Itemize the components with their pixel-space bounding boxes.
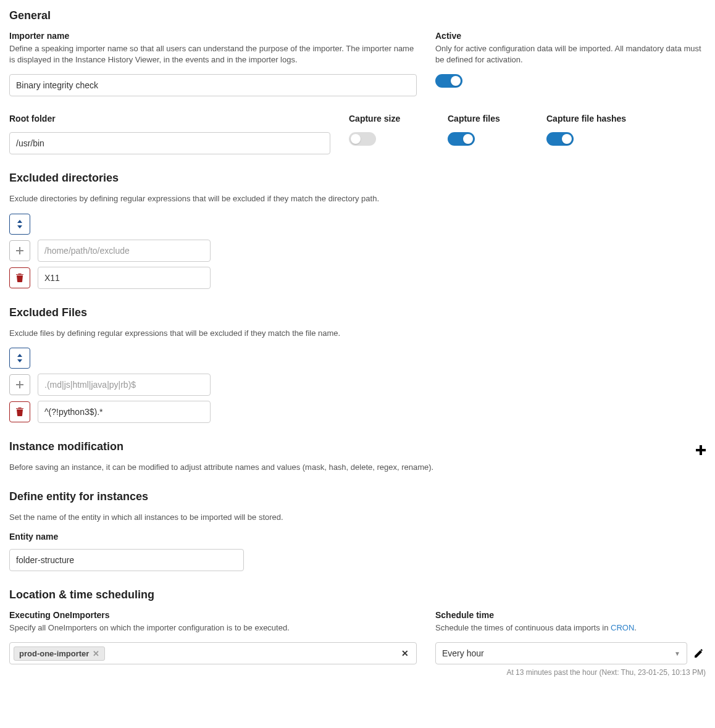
executing-desc: Specify all OneImporters on which the im… — [9, 622, 417, 634]
capture-files-label: Capture files — [448, 114, 528, 123]
add-icon[interactable] — [9, 374, 30, 395]
trash-icon[interactable] — [9, 401, 30, 422]
define-entity-heading: Define entity for instances — [9, 490, 706, 503]
importer-name-field: Importer name Define a speaking importer… — [9, 31, 417, 96]
scheduling-heading: Location & time scheduling — [9, 588, 706, 601]
importer-tag[interactable]: prod-one-importer ✕ — [14, 646, 105, 661]
excluded-dir-item-input[interactable] — [38, 267, 211, 289]
cron-link[interactable]: CRON — [611, 623, 634, 632]
root-folder-row: Root folder Capture size Capture files C… — [9, 114, 706, 154]
instance-modification-section: Instance modification Before saving an i… — [9, 440, 706, 473]
add-icon[interactable] — [9, 240, 30, 261]
root-folder-label: Root folder — [9, 114, 330, 123]
capture-file-hashes-field: Capture file hashes — [546, 114, 627, 154]
capture-file-hashes-toggle[interactable] — [546, 132, 574, 146]
executing-label: Executing OneImporters — [9, 610, 417, 620]
capture-files-field: Capture files — [448, 114, 528, 154]
active-field: Active Only for active configuration dat… — [435, 31, 706, 96]
entity-name-label: Entity name — [9, 532, 706, 542]
capture-size-field: Capture size — [349, 114, 429, 154]
excluded-directories-section: Excluded directories Exclude directories… — [9, 172, 706, 288]
edit-icon[interactable] — [692, 646, 706, 660]
entity-name-input[interactable] — [9, 549, 244, 571]
importer-name-label: Importer name — [9, 31, 417, 41]
define-entity-desc: Set the name of the entity in which all … — [9, 512, 706, 523]
excluded-file-new-input[interactable] — [38, 374, 211, 396]
instance-modification-heading: Instance modification — [9, 440, 123, 453]
scheduling-section: Location & time scheduling Executing One… — [9, 588, 706, 677]
excluded-dirs-desc: Exclude directories by defining regular … — [9, 193, 706, 204]
trash-icon[interactable] — [9, 267, 30, 288]
excluded-files-desc: Exclude files by defining regular expres… — [9, 328, 706, 339]
active-toggle[interactable] — [435, 74, 462, 88]
executing-importers-field: Executing OneImporters Specify all OneIm… — [9, 610, 417, 677]
add-modification-icon[interactable] — [696, 443, 706, 459]
capture-size-label: Capture size — [349, 114, 429, 123]
importer-tag-label: prod-one-importer — [19, 649, 89, 658]
clear-all-icon[interactable]: ✕ — [401, 648, 412, 658]
capture-file-hashes-label: Capture file hashes — [546, 114, 627, 123]
active-label: Active — [435, 31, 706, 41]
schedule-hint: At 13 minutes past the hour (Next: Thu, … — [435, 668, 706, 677]
capture-size-toggle[interactable] — [349, 132, 376, 146]
close-icon[interactable]: ✕ — [93, 649, 99, 658]
schedule-value: Every hour — [442, 648, 484, 658]
excluded-files-heading: Excluded Files — [9, 306, 706, 319]
root-folder-input[interactable] — [9, 132, 330, 154]
chevron-down-icon: ▼ — [674, 650, 680, 657]
sort-icon[interactable] — [9, 348, 30, 369]
general-heading: General — [9, 9, 706, 22]
importer-name-input[interactable] — [9, 74, 417, 96]
excluded-files-section: Excluded Files Exclude files by defining… — [9, 306, 706, 423]
active-desc: Only for active configuration data will … — [435, 43, 706, 65]
excluded-dirs-heading: Excluded directories — [9, 172, 706, 185]
executing-tag-container[interactable]: prod-one-importer ✕ ✕ — [9, 642, 417, 664]
excluded-dir-new-input[interactable] — [38, 240, 211, 262]
schedule-desc: Schedule the times of continuous data im… — [435, 622, 706, 634]
schedule-time-field: Schedule time Schedule the times of cont… — [435, 610, 706, 677]
schedule-dropdown[interactable]: Every hour ▼ — [435, 642, 687, 664]
define-entity-section: Define entity for instances Set the name… — [9, 490, 706, 571]
schedule-label: Schedule time — [435, 610, 706, 620]
root-folder-field: Root folder — [9, 114, 330, 154]
importer-name-desc: Define a speaking importer name so that … — [9, 43, 417, 65]
instance-modification-desc: Before saving an instance, it can be mod… — [9, 462, 706, 473]
excluded-file-item-input[interactable] — [38, 401, 211, 423]
general-section: General Importer name Define a speaking … — [9, 9, 706, 96]
sort-icon[interactable] — [9, 214, 30, 235]
capture-files-toggle[interactable] — [448, 132, 475, 146]
